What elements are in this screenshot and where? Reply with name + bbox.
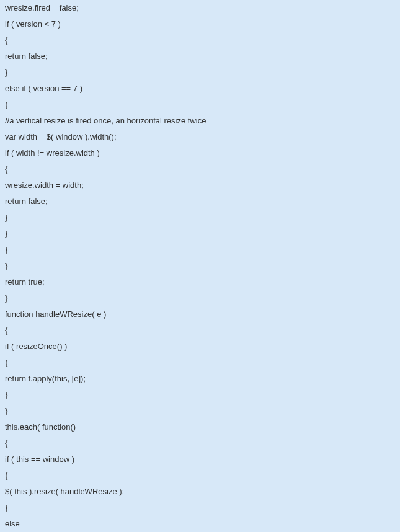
code-line: if ( width != wresize.width ) (5, 145, 395, 161)
code-line: { (5, 97, 395, 113)
code-line: { (5, 161, 395, 177)
code-line: { (5, 435, 395, 451)
code-line: } (5, 290, 395, 306)
code-line: { (5, 32, 395, 48)
code-line: } (5, 226, 395, 242)
code-line: } (5, 258, 395, 274)
code-line: return f.apply(this, [e]); (5, 371, 395, 387)
code-line: else if ( version == 7 ) (5, 81, 395, 97)
code-line: else (5, 516, 395, 532)
code-line: } (5, 387, 395, 403)
code-line: } (5, 500, 395, 516)
code-line: if ( this == window ) (5, 451, 395, 468)
code-line: return false; (5, 48, 395, 64)
code-line: } (5, 64, 395, 81)
code-line: this.each( function() (5, 419, 395, 435)
code-line: var width = $( window ).width(); (5, 129, 395, 145)
code-line: } (5, 403, 395, 419)
code-line: return true; (5, 274, 395, 290)
code-line: //a vertical resize is fired once, an ho… (5, 113, 395, 129)
code-line: { (5, 322, 395, 339)
code-line: wresize.fired = false; (5, 0, 395, 16)
code-line: if ( version < 7 ) (5, 16, 395, 32)
code-line: wresize.width = width; (5, 177, 395, 193)
code-line: } (5, 210, 395, 226)
code-line: { (5, 468, 395, 484)
code-line: if ( resizeOnce() ) (5, 339, 395, 355)
code-line: $( this ).resize( handleWResize ); (5, 484, 395, 500)
code-line: } (5, 242, 395, 258)
code-line: return false; (5, 193, 395, 210)
code-line: { (5, 355, 395, 371)
code-line: function handleWResize( e ) (5, 306, 395, 322)
